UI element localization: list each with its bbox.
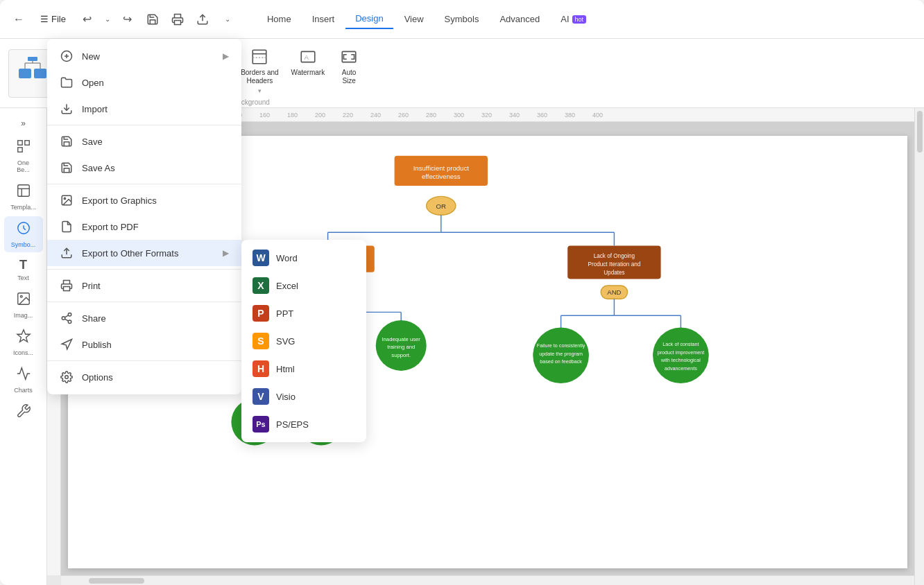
save-button[interactable] [142, 9, 163, 30]
share-icon [60, 311, 74, 325]
file-menu-button[interactable]: ☰ File [33, 11, 73, 27]
ppt-icon: P [253, 305, 269, 322]
charts-label: Charts [14, 387, 33, 394]
open-label: Open [82, 78, 104, 88]
submenu-item-html[interactable]: H Html [241, 355, 366, 383]
ppt-label: PPT [276, 308, 293, 319]
tab-advanced[interactable]: Advanced [490, 10, 549, 28]
svg-text:based on feedback: based on feedback [540, 358, 582, 365]
menu-item-print[interactable]: Print [47, 272, 241, 299]
svg-text:Inadequate user: Inadequate user [382, 336, 420, 342]
pseps-label: PS/EPS [276, 419, 309, 430]
tab-symbols[interactable]: Symbols [435, 10, 489, 28]
menu-item-export-other[interactable]: Export to Other Formats ▶ W Word X Excel… [47, 240, 241, 266]
title-bar: ← ☰ File ↩ ⌄ ↪ ⌄ Home Insert Design View [0, 0, 924, 39]
tab-view[interactable]: View [395, 10, 434, 28]
tab-design[interactable]: Design [345, 9, 393, 29]
nav-tabs: Home Insert Design View Symbols Advanced… [257, 9, 596, 29]
auto-size-button[interactable]: AutoSize [332, 44, 366, 88]
svg-text:advancements: advancements [665, 365, 697, 372]
sidebar-item-templates[interactable]: Templa... [4, 179, 43, 215]
html-label: Html [276, 364, 295, 374]
sidebar-item-icons[interactable]: Icons... [4, 324, 43, 360]
tab-home[interactable]: Home [257, 10, 301, 28]
watermark-button[interactable]: A Watermark [286, 44, 331, 79]
submenu-item-pseps[interactable]: Ps PS/EPS [241, 410, 366, 438]
excel-label: Excel [276, 281, 298, 291]
svg-text:update the program: update the program [539, 351, 583, 357]
icons-icon [16, 329, 31, 347]
scrollbar-thumb-v[interactable] [917, 111, 923, 152]
svg-line-101 [65, 315, 68, 317]
submenu-item-visio[interactable]: V Visio [241, 383, 366, 410]
svg-text:OR: OR [436, 202, 446, 210]
menu-item-new[interactable]: New ▶ [47, 43, 241, 69]
scrollbar-horizontal[interactable] [61, 575, 914, 585]
tab-ai[interactable]: AI hot [551, 10, 596, 28]
visio-icon: V [253, 388, 269, 405]
undo-dropdown-button[interactable]: ⌄ [102, 9, 113, 30]
more-button[interactable]: ⌄ [217, 9, 238, 30]
options-icon [60, 370, 74, 384]
svg-point-27 [20, 295, 22, 297]
menu-item-share[interactable]: Share [47, 305, 241, 331]
svg-text:Failure to consistently: Failure to consistently [537, 342, 585, 349]
svg-text:support.: support. [391, 352, 411, 358]
watermark-icon: A [298, 47, 318, 67]
menu-item-options[interactable]: Options [47, 364, 241, 390]
borders-headers-icon [250, 47, 269, 67]
sidebar-item-more[interactable] [4, 399, 43, 426]
back-button[interactable]: ← [8, 9, 29, 30]
html-icon: H [253, 360, 269, 377]
excel-icon: X [253, 277, 269, 294]
scrollbar-thumb-h[interactable] [89, 578, 144, 584]
onedrive-icon [16, 139, 31, 157]
save-label: Save [82, 137, 103, 147]
menu-item-export-graphics[interactable]: Export to Graphics [47, 187, 241, 213]
publish-label: Publish [82, 340, 112, 350]
menu-item-open[interactable]: Open [47, 69, 241, 96]
open-icon [60, 76, 74, 89]
menu-item-import[interactable]: Import [47, 96, 241, 122]
svg-marker-28 [17, 330, 29, 342]
onedrive-label: OneBe... [17, 159, 30, 173]
save-menu-icon [60, 134, 74, 148]
menu-item-save[interactable]: Save [47, 128, 241, 155]
menu-item-publish[interactable]: Publish [47, 331, 241, 358]
export-button[interactable] [192, 9, 213, 30]
svg-text:product improvement: product improvement [658, 349, 705, 356]
sidebar-item-charts[interactable]: Charts [4, 362, 43, 398]
ai-badge: hot [572, 15, 587, 24]
submenu-item-svg[interactable]: S SVG [241, 327, 366, 355]
print-button[interactable] [167, 9, 188, 30]
svg-text:with technological: with technological [660, 357, 701, 363]
sidebar-item-symbols[interactable]: Symbo... [4, 216, 43, 252]
ps-icon: Ps [253, 416, 269, 433]
divider-3 [47, 269, 241, 270]
submenu-item-ppt[interactable]: P PPT [241, 299, 366, 327]
submenu-item-excel[interactable]: X Excel [241, 272, 366, 299]
svg-rect-20 [24, 141, 28, 145]
sidebar-item-onedrive[interactable]: OneBe... [4, 134, 43, 177]
borders-headers-button[interactable]: Borders andHeaders ▾ [235, 44, 284, 97]
scrollbar-vertical[interactable] [914, 108, 924, 585]
divider-5 [47, 360, 241, 361]
svg-text:Insufficient product: Insufficient product [413, 164, 470, 172]
svg-point-99 [68, 320, 71, 324]
divider-2 [47, 184, 241, 184]
undo-button[interactable]: ↩ [77, 9, 98, 30]
new-icon [60, 49, 74, 63]
sidebar-item-images[interactable]: Imag... [4, 287, 43, 323]
tab-insert[interactable]: Insert [302, 10, 345, 28]
sidebar-expand-button[interactable]: » [17, 116, 31, 130]
menu-item-save-as[interactable]: Save As [47, 155, 241, 181]
more-tools-icon [16, 403, 31, 422]
sidebar-item-text[interactable]: T Text [4, 254, 43, 286]
svg-point-103 [65, 376, 69, 379]
left-sidebar: » OneBe... Templa... [0, 108, 47, 585]
publish-icon [60, 338, 74, 351]
redo-button[interactable]: ↪ [117, 9, 138, 30]
menu-item-export-pdf[interactable]: Export to PDF [47, 213, 241, 240]
submenu-item-word[interactable]: W Word [241, 244, 366, 272]
svg-text:training and: training and [387, 344, 415, 350]
